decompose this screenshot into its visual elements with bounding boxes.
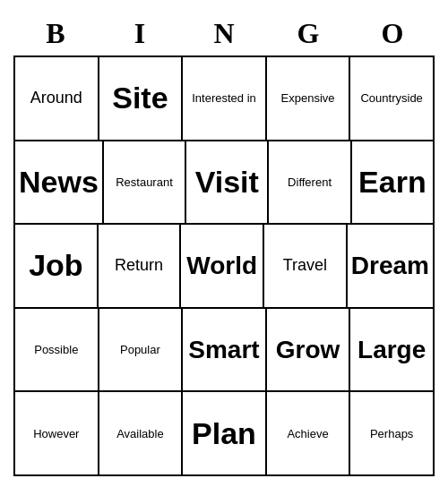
- header-letter: B: [13, 11, 98, 56]
- bingo-cell: Return: [99, 225, 182, 309]
- bingo-cell: Dream: [348, 225, 435, 309]
- cell-label: Grow: [276, 336, 340, 364]
- cell-label: Perhaps: [370, 427, 413, 440]
- header-letter: I: [98, 11, 182, 56]
- cell-label: Earn: [358, 165, 426, 200]
- bingo-cell: Expensive: [267, 57, 351, 141]
- cell-label: Visit: [195, 165, 259, 200]
- bingo-cell: Achieve: [267, 392, 351, 476]
- cell-label: Return: [115, 256, 163, 275]
- cell-label: Site: [112, 81, 168, 115]
- header-letter: N: [182, 11, 266, 56]
- cell-label: Job: [29, 248, 82, 283]
- bingo-cell: Popular: [99, 309, 184, 393]
- bingo-cell: Restaurant: [104, 141, 186, 226]
- cell-label: However: [33, 427, 79, 440]
- cell-label: Possible: [34, 343, 78, 356]
- bingo-cell: However: [15, 392, 99, 476]
- bingo-cell: Large: [350, 309, 435, 393]
- bingo-cell: Smart: [183, 309, 267, 393]
- bingo-cell: Site: [99, 57, 184, 141]
- bingo-card: BINGO AroundSiteInterested inExpensiveCo…: [13, 11, 435, 476]
- cell-label: Popular: [120, 343, 160, 356]
- bingo-cell: Travel: [264, 225, 348, 309]
- cell-label: Available: [116, 427, 164, 440]
- bingo-cell: Perhaps: [350, 392, 435, 476]
- bingo-cell: Around: [15, 57, 99, 141]
- bingo-row: HoweverAvailablePlanAchievePerhaps: [15, 392, 435, 476]
- bingo-cell: Plan: [183, 392, 267, 476]
- bingo-row: AroundSiteInterested inExpensiveCountrys…: [15, 57, 435, 141]
- cell-label: News: [19, 165, 99, 200]
- bingo-cell: Countryside: [350, 57, 435, 141]
- bingo-cell: Interested in: [183, 57, 267, 141]
- cell-label: Travel: [283, 256, 327, 275]
- cell-label: Large: [358, 336, 426, 364]
- bingo-cell: Possible: [15, 309, 99, 393]
- bingo-row: PossiblePopularSmartGrowLarge: [15, 309, 435, 393]
- bingo-cell: Earn: [352, 141, 435, 226]
- cell-label: Restaurant: [116, 175, 173, 189]
- cell-label: Interested in: [192, 91, 256, 105]
- bingo-header: BINGO: [13, 11, 435, 56]
- cell-label: Smart: [188, 336, 259, 364]
- bingo-cell: Visit: [186, 141, 269, 226]
- bingo-cell: Different: [269, 141, 351, 226]
- cell-label: Countryside: [360, 91, 422, 105]
- bingo-cell: Grow: [267, 309, 351, 393]
- bingo-cell: Job: [15, 225, 99, 309]
- cell-label: Expensive: [281, 91, 335, 105]
- bingo-cell: World: [181, 225, 264, 309]
- header-letter: O: [350, 11, 435, 56]
- bingo-cell: Available: [99, 392, 184, 476]
- bingo-row: JobReturnWorldTravelDream: [15, 225, 435, 309]
- cell-label: Plan: [192, 416, 256, 451]
- cell-label: Achieve: [287, 427, 328, 440]
- bingo-grid: AroundSiteInterested inExpensiveCountrys…: [13, 56, 435, 476]
- cell-label: Around: [30, 89, 82, 107]
- header-letter: G: [266, 11, 350, 56]
- bingo-cell: News: [15, 141, 104, 226]
- cell-label: World: [186, 252, 257, 280]
- bingo-row: NewsRestaurantVisitDifferentEarn: [15, 141, 435, 226]
- cell-label: Different: [288, 175, 332, 189]
- cell-label: Dream: [351, 252, 429, 280]
